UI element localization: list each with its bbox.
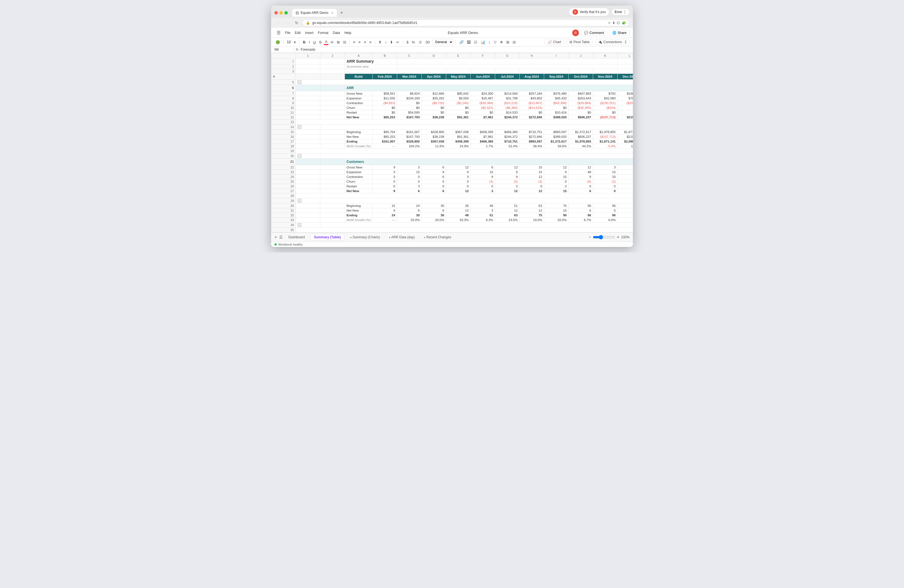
cell-27-jun[interactable]: 3: [470, 189, 495, 193]
cell-32-apr[interactable]: 36: [421, 213, 446, 218]
cell-2-1[interactable]: [296, 64, 320, 69]
cell-27-mar[interactable]: 6: [397, 189, 421, 193]
cell-24-mar[interactable]: 0: [397, 175, 421, 179]
cell-22-mar[interactable]: 3: [397, 165, 421, 170]
cell-33-dec[interactable]: 6.3%: [617, 218, 633, 223]
cell-13-rest[interactable]: [296, 120, 633, 125]
cell-20-rest[interactable]: [320, 153, 633, 159]
cell-24-1[interactable]: [296, 175, 320, 179]
grid2-btn[interactable]: ⊟: [512, 40, 517, 45]
cell-7-aug[interactable]: $257,184: [519, 91, 544, 96]
reload-btn[interactable]: ↻: [293, 20, 300, 25]
cell-28-rest[interactable]: [296, 193, 633, 198]
bookmark-icon[interactable]: ☆: [608, 21, 611, 25]
cell-32-sep[interactable]: 90: [544, 213, 568, 218]
cell-22-jun[interactable]: 6: [470, 165, 495, 170]
cell-25-may[interactable]: 0: [446, 179, 470, 184]
cell-9-oct[interactable]: ($29,884): [568, 101, 593, 106]
cell-22-dec[interactable]: 6: [617, 165, 633, 170]
cell-12-jul[interactable]: $244,372: [495, 115, 519, 120]
cell-1-1[interactable]: [296, 58, 320, 64]
cell-11-2[interactable]: [320, 110, 345, 115]
label-restart-cust[interactable]: Restart: [345, 184, 373, 189]
col-header-C[interactable]: C: [397, 53, 421, 58]
cell-18-sep[interactable]: 39.6%: [544, 144, 568, 149]
cell-18-oct[interactable]: 44.2%: [568, 144, 593, 149]
cell-12-jun[interactable]: $7,981: [470, 115, 495, 120]
cell-2-2[interactable]: [320, 64, 345, 69]
cell-7-mar[interactable]: $9,624: [397, 91, 421, 96]
cell-25-jul[interactable]: (3): [495, 179, 519, 184]
cell-11-dec[interactable]: $0: [617, 110, 633, 115]
label-churn-cust[interactable]: Churn: [345, 179, 373, 184]
cell-27-nov[interactable]: 0: [593, 189, 617, 193]
close-window-btn[interactable]: [274, 11, 278, 14]
cell-12-sep[interactable]: $389,020: [544, 115, 568, 120]
cell-22-sep[interactable]: 12: [544, 165, 568, 170]
cell-12-oct[interactable]: $606,237: [568, 115, 593, 120]
cell-18-nov[interactable]: -5.4%: [593, 144, 617, 149]
cell-16-mar[interactable]: $167,793: [397, 134, 421, 139]
valign-bot-btn[interactable]: ⬇: [389, 40, 394, 45]
cell-16-jun[interactable]: $7,981: [470, 134, 495, 139]
cell-26-jun[interactable]: 0: [470, 184, 495, 189]
cell-23-jul[interactable]: 9: [495, 170, 519, 175]
cell-3-F[interactable]: [470, 69, 495, 74]
cell-1-M[interactable]: [617, 58, 633, 64]
col-sep[interactable]: Sep-2024: [544, 74, 568, 80]
cell-23-mar[interactable]: 15: [397, 170, 421, 175]
insert-sparkline-btn[interactable]: 📊: [480, 40, 486, 45]
cell-18-jul[interactable]: 52.4%: [495, 144, 519, 149]
col-build[interactable]: Build: [345, 74, 373, 80]
cell-1-2[interactable]: [320, 58, 345, 64]
cell-11-feb[interactable]: $0: [372, 110, 397, 115]
verify-identity-btn[interactable]: R Verify that it's you: [569, 8, 610, 16]
cell-10-1[interactable]: [296, 106, 320, 110]
cell-16-apr[interactable]: $38,238: [421, 134, 446, 139]
cell-31-sep[interactable]: 15: [544, 208, 568, 213]
col-header-K[interactable]: K: [593, 53, 617, 58]
cell-3-A[interactable]: [345, 69, 373, 74]
cell-25-dec[interactable]: 0: [617, 179, 633, 184]
label-net-new[interactable]: Net New: [345, 115, 373, 120]
col-nov[interactable]: Nov-2024: [593, 74, 617, 80]
cell-3-1[interactable]: [296, 69, 320, 74]
cell-30-1[interactable]: [296, 204, 320, 208]
wrap-btn[interactable]: ↵: [395, 40, 400, 45]
zoom-in-btn[interactable]: +: [617, 235, 619, 240]
underline-btn[interactable]: U: [312, 40, 317, 45]
label-ending-arr[interactable]: Ending: [345, 139, 373, 144]
cell-3-L[interactable]: [617, 69, 633, 74]
cell-29-expand[interactable]: −: [296, 198, 320, 204]
cell-10-may[interactable]: $0: [446, 106, 470, 110]
cell-23-1[interactable]: [296, 170, 320, 175]
cell-9-dec[interactable]: ($20,973): [617, 101, 633, 106]
cell-31-may[interactable]: 12: [446, 208, 470, 213]
cell-20-expand[interactable]: −: [296, 153, 320, 159]
arr-summary-title[interactable]: ARR Summary: [345, 58, 397, 64]
cell-7-oct[interactable]: $407,883: [568, 91, 593, 96]
cell-5-rest[interactable]: [320, 80, 633, 85]
cell-25-1[interactable]: [296, 179, 320, 184]
cell-16-oct[interactable]: $606,237: [568, 134, 593, 139]
cell-25-2[interactable]: [320, 179, 345, 184]
cell-26-dec[interactable]: 0: [617, 184, 633, 189]
cell-27-feb[interactable]: 9: [372, 189, 397, 193]
col-mar[interactable]: Mar-2024: [397, 74, 421, 80]
cell-27-2[interactable]: [320, 189, 345, 193]
col-header-J[interactable]: J: [568, 53, 593, 58]
cell-18-1[interactable]: [296, 144, 320, 149]
cell-33-feb[interactable]: —: [372, 218, 397, 223]
cell-24-may[interactable]: 3: [446, 175, 470, 179]
cell-7-sep[interactable]: $376,480: [544, 91, 568, 96]
tab-arr-data[interactable]: ● ARR Data (day): [386, 234, 418, 240]
cell-11-mar[interactable]: $54,000: [397, 110, 421, 115]
cell-8-1[interactable]: [296, 96, 320, 101]
label-net-new-cust[interactable]: Net New: [345, 189, 373, 193]
insert-img-btn[interactable]: 🖼: [466, 40, 472, 45]
tab-summary-table[interactable]: Summary (Table): [310, 234, 344, 240]
extensions-icon[interactable]: 🧩: [622, 21, 626, 25]
cell-27-apr[interactable]: 6: [421, 189, 446, 193]
cell-33-oct[interactable]: 6.7%: [568, 218, 593, 223]
cell-32-feb[interactable]: 24: [372, 213, 397, 218]
